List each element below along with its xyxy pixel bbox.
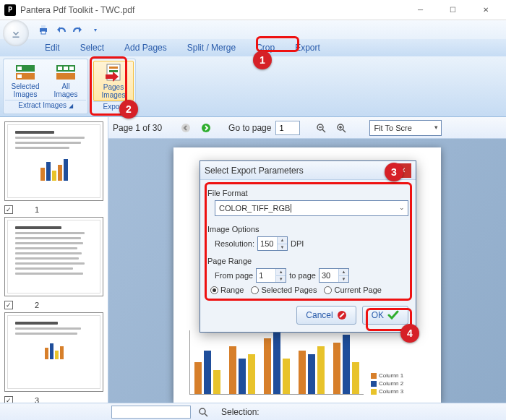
selected-images-icon: [14, 62, 37, 81]
from-page-input[interactable]: 1▲▼: [256, 268, 286, 283]
svg-rect-7: [17, 74, 22, 78]
dialog-title: Select Export Parameters: [205, 166, 394, 176]
ribbon-group-extract-label: Extract Images ◢: [5, 100, 86, 111]
selected-images-button[interactable]: Selected Images: [5, 61, 46, 100]
resolution-label: Resolution:: [215, 239, 254, 248]
svg-point-27: [200, 408, 205, 414]
export-parameters-dialog: Select Export Parameters ✕ File Format C…: [200, 160, 416, 333]
thumb-1-label: 1: [35, 205, 39, 214]
from-page-label: From page: [215, 271, 253, 280]
tab-edit[interactable]: Edit: [35, 39, 70, 56]
redo-icon[interactable]: [71, 22, 85, 37]
svg-point-17: [202, 124, 210, 132]
app-logo: P: [4, 4, 16, 16]
zoom-in-button[interactable]: [333, 120, 349, 136]
tab-split-merge[interactable]: Split / Merge: [177, 39, 246, 56]
thumb-2-label: 2: [35, 301, 39, 309]
spin-down-icon[interactable]: ▼: [275, 276, 286, 283]
quick-dropdown-icon[interactable]: ▾: [88, 22, 103, 37]
thumb-2[interactable]: [4, 217, 103, 296]
ok-button[interactable]: OK: [362, 306, 408, 325]
ribbon-group-extract-images: Selected Images All Images Extract Image…: [3, 59, 88, 114]
svg-point-16: [181, 124, 190, 132]
minimize-button[interactable]: ─: [404, 0, 437, 20]
next-page-button[interactable]: [198, 120, 214, 136]
quick-access-toolbar: ▾: [0, 20, 506, 39]
callout-2: 2: [119, 100, 138, 119]
go-to-page-input[interactable]: [275, 121, 300, 135]
pages-images-icon: [102, 63, 125, 82]
callout-1: 1: [253, 51, 272, 69]
thumb-1-checkbox[interactable]: ✓: [4, 205, 13, 214]
svg-rect-12: [69, 67, 74, 70]
window-title: Pantera Pdf Toolkit - TWC.pdf: [20, 5, 404, 15]
tab-select[interactable]: Select: [70, 39, 114, 56]
all-images-button[interactable]: All Images: [46, 61, 86, 100]
status-search-input[interactable]: [111, 406, 191, 419]
image-options-label: Image Options: [207, 225, 408, 233]
svg-line-19: [322, 129, 325, 132]
svg-rect-11: [64, 67, 68, 70]
ribbon-tabs: Edit Select Add Pages Split / Merge Crop…: [0, 39, 506, 56]
svg-line-28: [205, 413, 207, 416]
download-arrow-icon: [9, 27, 22, 40]
page-counter: Page 1 of 30: [113, 123, 162, 133]
callout-3: 3: [385, 163, 403, 181]
spin-up-icon[interactable]: ▲: [338, 269, 348, 276]
file-format-value: COLOR_TIFF_RGB: [219, 204, 290, 213]
status-bar: Selection:: [0, 403, 506, 420]
file-format-label: File Format: [207, 189, 408, 197]
title-bar: P Pantera Pdf Toolkit - TWC.pdf ─ ☐ ✕: [0, 0, 506, 20]
thumb-3-checkbox[interactable]: ✓: [4, 396, 13, 403]
spin-up-icon[interactable]: ▲: [277, 237, 287, 244]
check-icon: [387, 310, 399, 320]
maximize-button[interactable]: ☐: [437, 0, 469, 20]
to-page-label: to page: [289, 271, 316, 280]
spin-down-icon[interactable]: ▼: [277, 244, 287, 251]
radio-range[interactable]: Range: [210, 286, 244, 294]
status-search-button[interactable]: [195, 404, 211, 420]
thumb-2-checkbox[interactable]: ✓: [4, 301, 13, 309]
chevron-down-icon: ▾: [434, 124, 438, 131]
thumb-3-label: 3: [35, 396, 39, 403]
thumb-1[interactable]: [4, 121, 103, 201]
cancel-button[interactable]: Cancel: [296, 306, 356, 325]
all-images-icon: [54, 62, 77, 81]
svg-rect-3: [41, 31, 46, 34]
svg-rect-0: [13, 37, 20, 38]
ribbon: Selected Images All Images Extract Image…: [0, 56, 506, 117]
app-menu-button[interactable]: [3, 20, 29, 46]
resolution-input[interactable]: 150▲▼: [257, 236, 288, 251]
spin-down-icon[interactable]: ▼: [338, 276, 348, 283]
close-button[interactable]: ✕: [469, 0, 502, 20]
pages-images-button[interactable]: Pages Images: [93, 61, 134, 101]
print-icon[interactable]: [36, 22, 51, 37]
cancel-icon: [337, 310, 347, 320]
radio-selected-pages[interactable]: Selected Pages: [251, 286, 317, 294]
chevron-down-icon: ⌄: [399, 204, 405, 211]
selection-label: Selection:: [221, 407, 260, 417]
radio-current-page[interactable]: Current Page: [324, 286, 381, 294]
svg-rect-10: [58, 67, 62, 70]
svg-rect-14: [109, 67, 118, 69]
file-format-combo[interactable]: COLOR_TIFF_RGB ⌄: [215, 200, 408, 216]
thumbnails-panel: ✓1 ✓2 ✓3: [0, 117, 108, 403]
page-toolbar: Page 1 of 30 Go to page Fit To Scre▾: [108, 117, 506, 139]
callout-4: 4: [400, 324, 419, 343]
zoom-fit-combo[interactable]: Fit To Scre▾: [369, 120, 442, 136]
dialog-launcher-icon[interactable]: ◢: [69, 103, 73, 109]
zoom-out-button[interactable]: [313, 120, 329, 136]
svg-rect-2: [41, 25, 46, 28]
svg-rect-15: [109, 70, 118, 72]
tab-add-pages[interactable]: Add Pages: [114, 39, 177, 56]
tab-export[interactable]: Export: [285, 39, 330, 56]
spin-up-icon[interactable]: ▲: [275, 269, 286, 276]
thumb-3[interactable]: [4, 312, 103, 392]
svg-rect-6: [17, 67, 22, 70]
go-to-page-label: Go to page: [228, 123, 271, 133]
prev-page-button[interactable]: [178, 120, 194, 136]
to-page-input[interactable]: 30▲▼: [319, 268, 349, 283]
undo-icon[interactable]: [53, 22, 68, 37]
pages-images-label: Pages Images: [102, 83, 126, 99]
all-images-label: All Images: [54, 82, 78, 98]
